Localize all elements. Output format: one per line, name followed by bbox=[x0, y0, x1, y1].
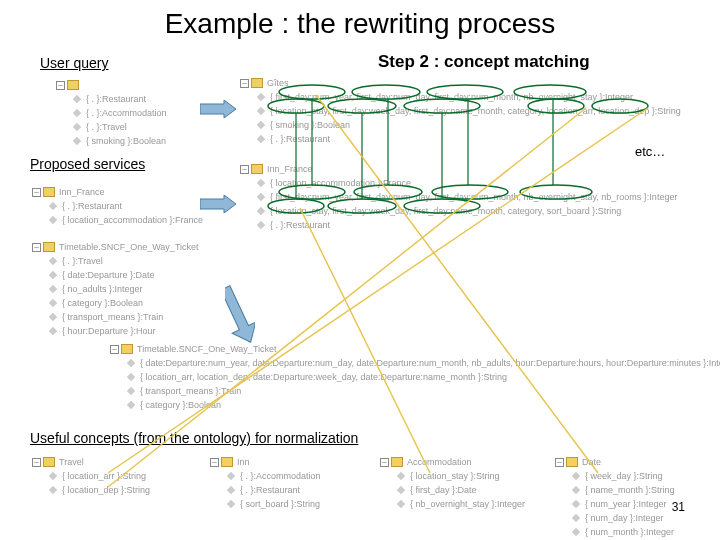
arrow-3 bbox=[225, 285, 255, 345]
svg-marker-0 bbox=[200, 100, 236, 118]
timetable-small-tree: –Timetable.SNCF_One_Way_Ticket { . }:Tra… bbox=[32, 240, 199, 338]
svg-marker-2 bbox=[225, 285, 255, 345]
ontology-travel-tree: –Travel { location_arr }:String { locati… bbox=[32, 455, 150, 497]
user-query-label: User query bbox=[40, 55, 108, 71]
etc-label: etc… bbox=[635, 144, 665, 159]
svg-line-29 bbox=[316, 95, 598, 473]
arrow-2 bbox=[200, 195, 236, 213]
user-query-tree: – { . }:Restaurant { . }:Accommodation {… bbox=[56, 78, 167, 148]
proposed-services-label: Proposed services bbox=[30, 156, 145, 172]
step-label: Step 2 : concept matching bbox=[378, 52, 590, 72]
ontology-accommodation-tree: –Accommodation { location_stay }:String … bbox=[380, 455, 525, 511]
inn-france-large-tree: –Inn_France { location_accommodation }:F… bbox=[240, 162, 677, 232]
ontology-inn-tree: –Inn { . }:Accommodation { . }:Restauran… bbox=[210, 455, 321, 511]
timetable-large-tree: –Timetable.SNCF_One_Way_Ticket { date:De… bbox=[110, 342, 720, 412]
arrow-1 bbox=[200, 100, 236, 118]
ontology-date-tree: –Date { week_day }:String { name_month }… bbox=[555, 455, 675, 539]
slide-title: Example : the rewriting process bbox=[0, 0, 720, 44]
svg-marker-1 bbox=[200, 195, 236, 213]
inn-france-small-tree: –Inn_France { . }:Restaurant { location_… bbox=[32, 185, 203, 227]
useful-concepts-label: Useful concepts (from the ontology) for … bbox=[30, 430, 358, 446]
gites-tree: –Gîtes { first_day:num_year, first_day:n… bbox=[240, 76, 681, 146]
